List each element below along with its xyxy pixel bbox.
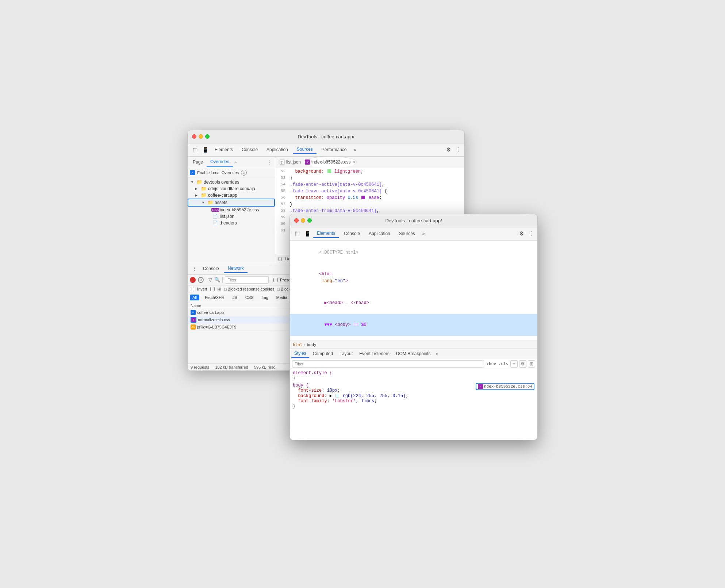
network-filter-input[interactable]	[225, 276, 269, 284]
tree-label-coffeeapp: coffee-cart.app	[208, 193, 237, 198]
filter-all[interactable]: All	[190, 295, 199, 300]
tree-item-cdnjs[interactable]: ▶ 📁 cdnjs.cloudflare.com/aja	[188, 185, 275, 192]
device-icon[interactable]: 📱	[201, 145, 210, 154]
settings-icon-back[interactable]: ⚙	[444, 145, 453, 154]
enable-overrides-checkbox[interactable]: ✓	[190, 170, 195, 175]
html-doctype[interactable]: <!DOCTYPE html>	[290, 242, 537, 264]
close-button-front[interactable]	[294, 218, 299, 223]
invert-label: Invert	[197, 287, 207, 291]
tab-page[interactable]: Page	[189, 157, 207, 167]
styles-filter-input[interactable]	[292, 360, 484, 368]
tree-item-coffeeapp[interactable]: ▶ 📁 coffee-cart.app	[188, 192, 275, 199]
invert-checkbox[interactable]	[190, 287, 194, 291]
tree-label-headers: .headers	[220, 220, 237, 226]
window-title-back: DevTools - coffee-cart.app/	[298, 134, 354, 139]
editor-tab-json[interactable]: { } list.json	[277, 157, 304, 168]
more-options-icon-back[interactable]: ⋮	[454, 145, 461, 154]
device-icon-front[interactable]: 📱	[303, 229, 312, 238]
clear-overrides-icon[interactable]: ⊘	[241, 170, 247, 176]
tab-elements-front[interactable]: Elements	[313, 229, 339, 238]
panel-dots[interactable]: ⋮	[265, 157, 273, 168]
resources-size: 595 kB reso	[254, 365, 276, 369]
search-network-icon[interactable]: 🔍	[214, 277, 220, 283]
html-html[interactable]: <html lang="en">	[290, 264, 537, 292]
minimize-button-back[interactable]	[199, 134, 203, 139]
tab-sources-back[interactable]: Sources	[293, 145, 317, 154]
close-tab-icon[interactable]: ×	[353, 159, 356, 165]
color-swatch-bg[interactable]	[335, 394, 339, 397]
code-line-58: 58 .fade-enter-from[data-v-0c450641],	[275, 208, 464, 214]
tab-dom-breakpoints[interactable]: DOM Breakpoints	[393, 350, 434, 357]
tab-application-front[interactable]: Application	[365, 230, 394, 238]
filter-img[interactable]: Img	[259, 295, 271, 300]
source-link[interactable]: ↙ ndex-b859522e.css:64	[476, 383, 534, 390]
filter-css[interactable]: CSS	[243, 295, 256, 300]
tab-console-back[interactable]: Console	[238, 146, 261, 154]
filter-icon[interactable]: ▽	[208, 277, 212, 283]
tab-console-front[interactable]: Console	[340, 230, 364, 238]
minimize-button-front[interactable]	[301, 218, 305, 223]
filter-fetch[interactable]: Fetch/XHR	[202, 295, 227, 300]
overrides-toolbar: ✓ Enable Local Overrides ⊘	[188, 168, 275, 177]
tree-item-assets[interactable]: ▼ 📁 assets	[188, 199, 275, 207]
nav-more-front[interactable]: »	[420, 230, 427, 238]
tab-elements-back[interactable]: Elements	[211, 146, 237, 154]
css-font-size-prop: font-size	[298, 388, 322, 393]
devtools-nav-back: ⬚ 📱 Elements Console Application Sources…	[188, 143, 464, 157]
tab-event-listeners[interactable]: Event Listeners	[356, 350, 392, 357]
maximize-button-front[interactable]	[307, 218, 312, 223]
tree-item-css[interactable]: ▶ CSS index-b859522e.css	[188, 207, 275, 213]
devtools-nav-front: ⬚ 📱 Elements Console Application Sources…	[290, 227, 537, 241]
breadcrumb-body[interactable]: body	[307, 342, 317, 347]
record-button[interactable]	[190, 277, 196, 283]
tree-label-assets: assets	[215, 200, 227, 205]
settings-icon-front[interactable]: ⚙	[517, 229, 526, 238]
js-icon-3: JS	[191, 324, 196, 330]
tab-computed[interactable]: Computed	[310, 350, 336, 357]
styles-more[interactable]: »	[434, 349, 440, 358]
request-count: 9 requests	[191, 365, 209, 369]
tree-item-json[interactable]: ▶ 📄 list.json	[188, 213, 275, 220]
html-div-app[interactable]: ▶<div id="app" data-v-app> … </div>	[290, 336, 537, 341]
clear-network-button[interactable]: ⊘	[198, 277, 204, 283]
panel-more[interactable]: »	[233, 158, 238, 166]
hov-cls-label[interactable]: :hov .cls	[486, 361, 508, 366]
tab-console-bottom[interactable]: Console	[199, 265, 223, 273]
traffic-lights-back	[192, 134, 210, 139]
css-override-icon-2: ↙	[191, 317, 196, 323]
tab-network-bottom[interactable]: Network	[224, 264, 248, 273]
inspect-icon[interactable]: ⬚	[191, 145, 199, 154]
code-line-54: 54 .fade-enter-active[data-v-0c450641],	[275, 181, 464, 188]
file-tree: ▼ 📁 devtools overrides ▶ 📁 cdnjs.cloudfl…	[188, 177, 275, 263]
add-style-icon[interactable]: +	[510, 360, 518, 368]
filter-media[interactable]: Media	[274, 295, 290, 300]
tab-performance-back[interactable]: Performance	[318, 146, 350, 154]
code-line-53: 53 }	[275, 175, 464, 181]
breadcrumb-html[interactable]: html	[293, 342, 303, 347]
maximize-button-back[interactable]	[205, 134, 210, 139]
tree-label-css: index-b859522e.css	[220, 207, 259, 212]
filter-js[interactable]: JS	[230, 295, 240, 300]
editor-tab-css[interactable]: ↙ index-b859522e.css ×	[304, 157, 357, 168]
tree-item-headers[interactable]: ▶ 📄 .headers	[188, 220, 275, 226]
json-tab-icon: { }	[280, 160, 285, 165]
html-head[interactable]: ▶<head> … </head>	[290, 292, 537, 314]
html-body[interactable]: ▼▼▼ <body> == $0	[290, 314, 537, 336]
inspect-icon-front[interactable]: ⬚	[293, 229, 302, 238]
doc-icon-1: ≡	[191, 310, 196, 315]
nav-more-back[interactable]: »	[352, 146, 359, 154]
hide-data-checkbox[interactable]	[210, 287, 215, 291]
toggle-style-icon[interactable]: ⊞	[528, 360, 535, 368]
more-options-icon-front[interactable]: ⋮	[527, 229, 534, 238]
tab-overrides[interactable]: Overrides	[207, 157, 233, 167]
tree-root-label: devtools overrides	[204, 180, 239, 185]
tab-layout[interactable]: Layout	[337, 350, 356, 357]
copy-style-icon[interactable]: ⧉	[519, 360, 526, 368]
tab-application-back[interactable]: Application	[263, 146, 292, 154]
preserve-log-checkbox[interactable]	[273, 278, 278, 282]
tree-label-cdnjs: cdnjs.cloudflare.com/aja	[208, 186, 255, 191]
tab-styles[interactable]: Styles	[291, 350, 309, 358]
tab-sources-front[interactable]: Sources	[395, 230, 419, 238]
breadcrumb-bar: html › body	[290, 341, 537, 349]
close-button-back[interactable]	[192, 134, 196, 139]
